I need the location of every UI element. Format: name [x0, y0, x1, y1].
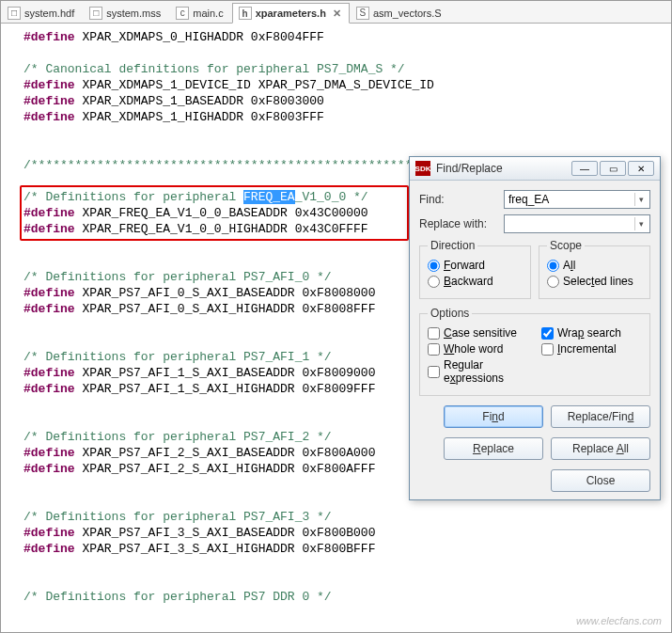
tab-label: system.hdf [24, 8, 74, 19]
check-regex[interactable]: Regular expressions [428, 358, 528, 385]
tab-label: system.mss [106, 8, 161, 19]
file-icon: □ [89, 7, 102, 20]
find-button[interactable]: Find [444, 405, 543, 428]
replace-button[interactable]: Replace [444, 437, 543, 460]
find-value: freq_EA [508, 193, 549, 206]
tab-main-c[interactable]: cmain.c [169, 2, 231, 23]
minimize-button[interactable]: — [571, 161, 598, 176]
maximize-button[interactable]: ▭ [600, 161, 626, 176]
tab-label: main.c [193, 8, 223, 19]
close-window-button[interactable]: ✕ [628, 161, 654, 176]
tab-system-hdf[interactable]: □system.hdf [1, 2, 83, 23]
find-input[interactable]: freq_EA ▾ [504, 190, 650, 209]
editor-tab-bar: □system.hdf□system.msscmain.chxparameter… [1, 1, 671, 24]
close-icon[interactable]: ✕ [333, 8, 341, 20]
scope-legend: Scope [547, 239, 585, 252]
check-incremental[interactable]: Incremental [541, 342, 642, 356]
check-whole-word[interactable]: Whole word [428, 342, 528, 356]
find-label: Find: [419, 193, 496, 206]
dialog-title: Find/Replace [436, 162, 566, 175]
watermark: www.elecfans.com [576, 615, 662, 626]
dialog-titlebar[interactable]: SDK Find/Replace — ▭ ✕ [410, 157, 660, 181]
tab-label: xparameters.h [256, 8, 326, 19]
tab-system-mss[interactable]: □system.mss [83, 2, 169, 23]
check-wrap-search[interactable]: Wrap search [541, 326, 642, 340]
check-case-sensitive[interactable]: Case sensitive [428, 326, 528, 340]
close-button[interactable]: Close [551, 469, 650, 492]
file-icon: S [356, 7, 369, 20]
radio-scope-selected[interactable]: Selected lines [547, 275, 642, 288]
radio-backward[interactable]: Backward [428, 275, 523, 288]
tab-asm_vectors-S[interactable]: Sasm_vectors.S [350, 2, 450, 23]
file-icon: □ [8, 7, 21, 20]
radio-forward[interactable]: Forward [428, 259, 523, 272]
options-group: Options Case sensitive Whole word Regula… [419, 307, 650, 396]
file-icon: c [176, 7, 189, 20]
replace-all-button[interactable]: Replace All [551, 437, 650, 460]
replace-input[interactable]: ▾ [504, 214, 650, 233]
direction-group: Direction Forward Backward [419, 239, 531, 299]
sdk-icon: SDK [415, 161, 430, 176]
scope-group: Scope All Selected lines [539, 239, 650, 299]
chevron-down-icon[interactable]: ▾ [634, 217, 648, 230]
find-replace-dialog: SDK Find/Replace — ▭ ✕ Find: freq_EA ▾ R… [409, 156, 661, 500]
tab-xparameters-h[interactable]: hxparameters.h✕ [232, 3, 350, 24]
file-icon: h [239, 7, 252, 20]
replace-find-button[interactable]: Replace/Find [551, 405, 650, 428]
options-legend: Options [428, 307, 472, 320]
chevron-down-icon[interactable]: ▾ [634, 193, 648, 206]
tab-label: asm_vectors.S [373, 8, 442, 19]
radio-scope-all[interactable]: All [547, 259, 642, 272]
direction-legend: Direction [428, 239, 477, 252]
replace-label: Replace with: [419, 217, 496, 230]
